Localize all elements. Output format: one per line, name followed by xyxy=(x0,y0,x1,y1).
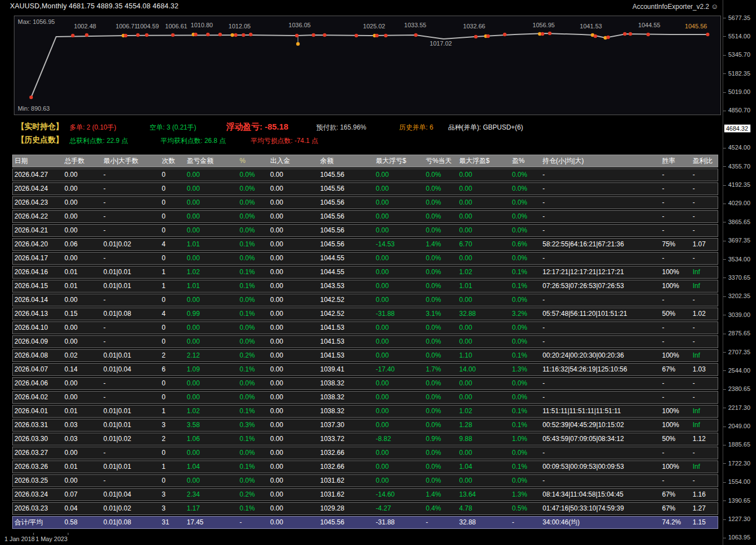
cell-profit_pct: 0.1% xyxy=(508,405,541,417)
cell-max_float_loss: 0.00 xyxy=(371,392,421,403)
cell-pnl: 0.00 xyxy=(182,183,235,195)
cell-count: 0 xyxy=(157,211,182,222)
trade-dot xyxy=(706,33,709,36)
cell-count: 0 xyxy=(157,447,182,459)
cell-win_rate: 67% xyxy=(658,503,688,514)
cell-profit_ratio: - xyxy=(688,336,718,348)
cell-lots: 0.07 xyxy=(60,489,99,501)
cell-minmax_lots: 0.01|0.01 xyxy=(99,419,157,431)
cell-loss_pct: 0.0% xyxy=(421,336,455,348)
cell-pnl: 1.04 xyxy=(182,461,235,473)
cell-win_rate: - xyxy=(658,225,688,236)
cell-balance: 1045.56 xyxy=(316,211,371,222)
equity-chart[interactable]: 1002.481006.711004.591006.611010.801012.… xyxy=(14,16,721,115)
balance-point-label: 1006.61 xyxy=(165,23,187,29)
cell-profit_pct: 0.1% xyxy=(508,280,541,292)
cell-balance: 1038.32 xyxy=(316,405,371,417)
cell-date: 2026.03.31 xyxy=(13,419,60,431)
cell-win_rate: - xyxy=(658,322,688,334)
cell-profit_pct: 1.3% xyxy=(508,489,541,501)
col-header-loss_pct: 亏%当天 xyxy=(421,155,455,167)
cell-deposit: 0.00 xyxy=(266,433,316,445)
price-tick-dash xyxy=(723,241,726,241)
cell-profit_pct: 0.0% xyxy=(508,378,541,389)
balance-point-label: 1006.71 xyxy=(116,23,138,29)
cell-max_float_profit: 1.10 xyxy=(455,350,508,361)
cell-win_rate: - xyxy=(658,183,688,195)
cell-loss_pct: 0.0% xyxy=(421,294,455,306)
cell-date: 2026.04.07 xyxy=(13,364,60,375)
time-axis-label: 1 Jan 2018 xyxy=(4,536,34,542)
col-header-pnl_pct: % xyxy=(235,155,266,167)
col-header-date: 日期 xyxy=(13,155,60,167)
cell-lots: 0.00 xyxy=(60,322,99,334)
cell-hold_time: - xyxy=(541,183,658,195)
cell-date: 2026.04.13 xyxy=(13,308,60,320)
cell-lots: 0.15 xyxy=(60,308,99,320)
cell-profit_pct: 0.0% xyxy=(508,294,541,306)
cell-profit_ratio: 1.07 xyxy=(688,239,718,250)
cell-pnl: 0.00 xyxy=(182,211,235,222)
cell-deposit: 0.00 xyxy=(266,211,316,222)
cell-deposit: 0.00 xyxy=(266,183,316,195)
table-row: 2026.04.270.00-00.000.0%0.001045.560.000… xyxy=(12,169,718,181)
cell-profit_ratio: 1.27 xyxy=(688,503,718,514)
cell-minmax_lots: - xyxy=(99,322,157,334)
cell-pnl: 1.01 xyxy=(182,280,235,292)
cell-deposit: 0.00 xyxy=(266,169,316,181)
equity-line xyxy=(31,33,708,97)
col-header-balance: 余额 xyxy=(316,155,371,167)
cell-profit_ratio: - xyxy=(688,378,718,389)
balance-point-label: 1004.59 xyxy=(137,23,159,29)
totals-cell-max_float_loss: -31.88 xyxy=(371,517,421,528)
price-tick-dash xyxy=(723,166,726,167)
cell-pnl: 0.99 xyxy=(182,308,235,320)
price-tick-label: 4524.00 xyxy=(728,144,750,151)
time-axis[interactable]: 1 Jan 2018 1 May 2023 xyxy=(0,533,723,545)
balance-point-label: 1002.48 xyxy=(74,23,96,29)
cell-loss_pct: 0.4% xyxy=(421,503,455,514)
info-segment-row1-5: 历史并单: 6 xyxy=(399,123,433,132)
trade-dot xyxy=(594,34,597,38)
cell-max_float_loss: 0.00 xyxy=(371,447,421,459)
cell-date: 2026.03.30 xyxy=(13,433,60,445)
cell-minmax_lots: 0.01|0.01 xyxy=(99,350,157,361)
table-row: 2026.04.220.00-00.000.0%0.001045.560.000… xyxy=(12,210,718,223)
cell-count: 0 xyxy=(157,378,182,389)
table-row: 2026.03.250.00-00.000.0%0.001031.620.000… xyxy=(12,474,718,487)
cell-pnl_pct: 0.0% xyxy=(235,294,266,306)
cell-profit_pct: 1.0% xyxy=(508,433,541,445)
equity-chart-canvas[interactable]: 1002.481006.711004.591006.611010.801012.… xyxy=(14,16,719,113)
cell-lots: 0.00 xyxy=(60,197,99,209)
cell-deposit: 0.00 xyxy=(266,294,316,306)
trade-dot xyxy=(136,33,140,37)
price-tick-dash xyxy=(723,315,726,315)
table-row: 2026.04.080.020.01|0.0122.120.2%0.001041… xyxy=(12,349,718,362)
balance-point-label: 1041.53 xyxy=(580,23,602,29)
price-tick-dash xyxy=(723,334,726,334)
cell-balance: 1039.41 xyxy=(316,364,371,375)
cell-win_rate: - xyxy=(658,252,688,264)
trade-dot xyxy=(206,33,210,36)
price-tick-label: 1885.65 xyxy=(728,441,750,448)
cell-max_float_profit: 1.28 xyxy=(455,419,508,431)
cell-date: 2026.03.23 xyxy=(13,503,60,514)
cell-minmax_lots: 0.01|0.01 xyxy=(99,280,157,292)
info-segment-row2-2: 平均获利点数: 26.8 点 xyxy=(161,136,226,146)
cell-max_float_profit: 13.64 xyxy=(455,489,508,501)
table-row: 2026.04.100.00-00.000.0%0.001041.530.000… xyxy=(12,321,718,334)
cell-max_float_profit: 6.70 xyxy=(455,239,508,250)
cell-balance: 1045.56 xyxy=(316,225,371,236)
trade-dot xyxy=(503,33,506,36)
cell-pnl_pct: 0.2% xyxy=(235,489,266,501)
cell-win_rate: 75% xyxy=(658,239,688,250)
price-tick-label: 3202.35 xyxy=(728,293,750,299)
cell-max_float_loss: -31.88 xyxy=(371,308,421,320)
cell-hold_time: - xyxy=(541,211,658,222)
cell-profit_pct: 0.0% xyxy=(508,225,541,236)
cell-deposit: 0.00 xyxy=(266,322,316,334)
table-row: 2026.04.210.00-00.000.0%0.001045.560.000… xyxy=(12,224,718,237)
cell-hold_time: 58:22:55|64:16:21|67:21:36 xyxy=(541,239,658,250)
cell-pnl_pct: 0.0% xyxy=(235,252,266,264)
cell-max_float_loss: 0.00 xyxy=(371,475,421,487)
